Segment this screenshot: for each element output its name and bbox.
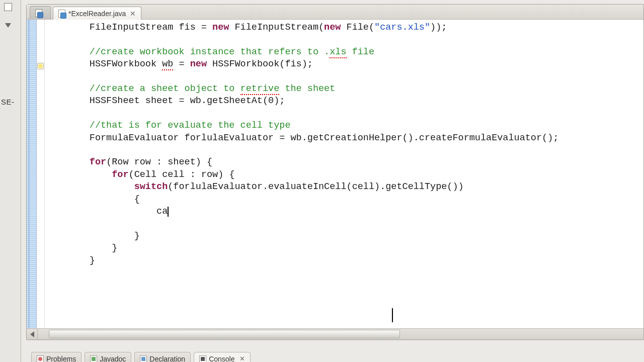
close-icon[interactable]: ✕ (237, 355, 245, 362)
editor-tab-label: *ExcelReader.java (68, 10, 126, 18)
scroll-left-button[interactable] (27, 329, 38, 339)
bottom-view-tabbar: Problems Javadoc Declaration Console ✕ (26, 346, 644, 362)
javadoc-icon (90, 355, 97, 363)
annotation-gutter[interactable] (37, 20, 45, 328)
view-tab-label: Problems (46, 355, 76, 363)
scrollbar-thumb[interactable] (49, 330, 400, 338)
console-icon (199, 355, 206, 363)
code-text[interactable]: FileInputStream fis = new FileInputStrea… (45, 22, 643, 267)
editor-tab-active[interactable]: *ExcelReader.java ✕ (53, 7, 141, 20)
mouse-text-caret (392, 308, 393, 322)
overview-ruler[interactable] (27, 20, 37, 328)
horizontal-scrollbar[interactable] (27, 328, 643, 339)
editor-tab-bar: *ExcelReader.java ✕ (27, 5, 643, 20)
chevron-left-icon (30, 331, 34, 337)
restore-view-icon[interactable] (4, 3, 12, 11)
problems-view-tab[interactable]: Problems (31, 352, 82, 362)
java-file-icon (35, 9, 42, 17)
view-tab-label: Console (209, 355, 234, 363)
view-tab-label: Javadoc (100, 355, 126, 363)
declaration-icon (140, 355, 147, 363)
console-view-tab[interactable]: Console ✕ (194, 352, 250, 362)
view-tab-label: Declaration (149, 355, 185, 363)
java-file-icon (58, 10, 65, 18)
declaration-view-tab[interactable]: Declaration (134, 352, 191, 362)
close-icon[interactable]: ✕ (129, 10, 136, 17)
editor-tab-inactive[interactable] (30, 6, 51, 19)
view-menu-arrow-icon[interactable] (5, 23, 11, 28)
scrollbar-track[interactable] (38, 329, 643, 339)
cropped-view-label: SE- (1, 98, 15, 106)
code-view[interactable]: FileInputStream fis = new FileInputStrea… (45, 20, 643, 328)
code-editor[interactable]: FileInputStream fis = new FileInputStrea… (27, 20, 643, 328)
text-cursor (168, 207, 169, 217)
minimized-view-rail: SE- (0, 0, 21, 362)
problems-icon (37, 355, 44, 363)
quick-fix-bulb-icon[interactable] (37, 63, 44, 69)
editor-area: *ExcelReader.java ✕ FileInputStream fis … (26, 4, 644, 340)
javadoc-view-tab[interactable]: Javadoc (85, 352, 131, 362)
